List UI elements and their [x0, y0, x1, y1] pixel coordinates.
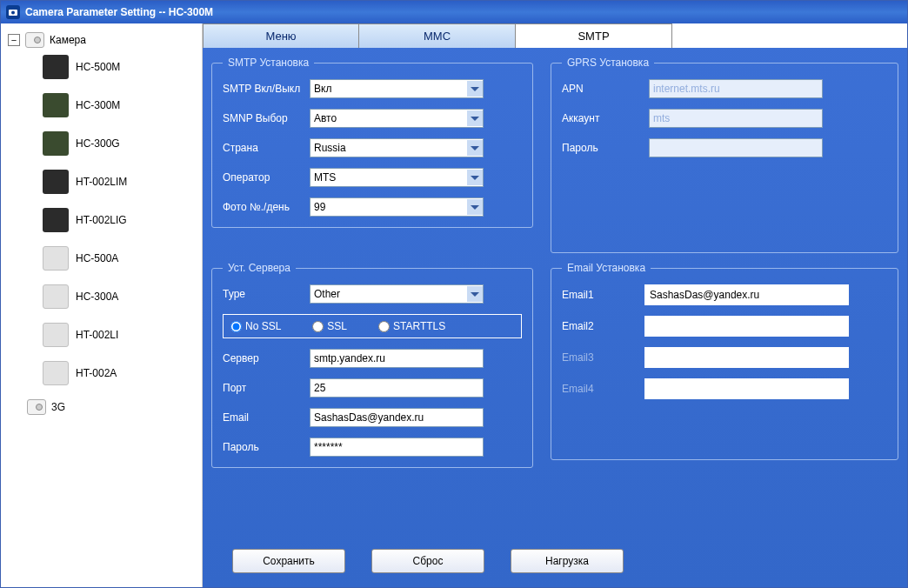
ssl-opt-nossl[interactable]: No SSL [230, 320, 281, 332]
tab-mmc[interactable]: MMC [359, 23, 516, 48]
country-select[interactable]: Russia [310, 138, 484, 157]
footer-buttons: Сохранить Сброс Нагрузка [211, 533, 898, 580]
save-button[interactable]: Сохранить [232, 549, 345, 573]
load-button[interactable]: Нагрузка [511, 549, 624, 573]
titlebar-text: Camera Parameter Setting -- HC-300M [25, 6, 213, 18]
smnp-label: SMNP Выбор [223, 112, 310, 124]
type-select[interactable]: Other [310, 284, 484, 304]
smtp-enable-label: SMTP Вкл/Выкл [223, 83, 310, 95]
tree-3g-label: 3G [51, 401, 65, 413]
country-label: Страна [223, 142, 310, 154]
email3-label: Email3 [562, 351, 644, 364]
tree-children: HC-500M HC-300M HC-300G HT-002LIM HT-002… [39, 53, 198, 387]
email4-label: Email4 [562, 383, 644, 395]
server-password-input[interactable] [310, 438, 484, 457]
email-legend: Email Установка [562, 262, 651, 274]
tree-item-ht-002lim[interactable]: HT-002LIM [39, 168, 198, 196]
email4-input[interactable] [644, 378, 849, 399]
device-thumb-icon [43, 323, 69, 347]
apn-input[interactable] [649, 79, 823, 98]
server-password-label: Пароль [223, 441, 310, 453]
server-legend: Уст. Сервера [223, 262, 296, 274]
tree-item-hc-500m[interactable]: HC-500M [39, 53, 198, 81]
operator-label: Оператор [223, 171, 310, 184]
ssl-radio-ssl[interactable] [312, 321, 324, 332]
device-thumb-icon [43, 208, 69, 232]
device-thumb-icon [43, 246, 69, 271]
device-thumb-icon [43, 284, 69, 309]
tree-item-hc-500a[interactable]: HC-500A [39, 244, 198, 272]
device-thumb-icon [43, 55, 69, 79]
sidebar: − Камера HC-500M HC-300M HC-300G HT-002L… [1, 23, 203, 587]
smtp-enable-select[interactable]: Вкл [310, 79, 484, 98]
type-label: Type [223, 288, 310, 300]
operator-select[interactable]: MTS [310, 168, 484, 187]
photos-label: Фото №./день [223, 201, 310, 213]
tree-root-label: Камера [50, 34, 86, 46]
tabs: Меню MMC SMTP [203, 23, 907, 48]
main-panel: Меню MMC SMTP SMTP Установка SMTP Вкл/Вы… [203, 23, 907, 587]
camera-icon [27, 399, 46, 415]
smtp-legend: SMTP Установка [223, 57, 314, 69]
port-input[interactable] [310, 378, 484, 398]
titlebar: Camera Parameter Setting -- HC-300M [1, 1, 907, 23]
collapse-icon[interactable]: − [8, 34, 20, 46]
camera-icon [25, 32, 44, 48]
ssl-radio-starttls[interactable] [378, 321, 390, 332]
svg-point-1 [11, 11, 15, 15]
ssl-opt-ssl[interactable]: SSL [312, 320, 347, 332]
ssl-options: No SSL SSL STARTTLS [223, 314, 522, 338]
email3-input[interactable] [644, 347, 849, 368]
reset-button[interactable]: Сброс [371, 549, 484, 573]
account-input[interactable] [649, 109, 823, 128]
tree-item-hc-300m[interactable]: HC-300M [39, 91, 198, 119]
tree-root-camera[interactable]: − Камера [4, 30, 198, 50]
port-label: Порт [223, 382, 310, 394]
app-icon [6, 5, 20, 19]
ssl-opt-starttls[interactable]: STARTTLS [378, 320, 445, 332]
device-thumb-icon [43, 170, 69, 194]
tree-item-hc-300g[interactable]: HC-300G [39, 130, 198, 157]
tree-root-3g[interactable]: 3G [23, 398, 198, 417]
tree-item-hc-300a[interactable]: HC-300A [39, 283, 198, 311]
email2-label: Email2 [562, 320, 644, 332]
smnp-select[interactable]: Авто [310, 109, 484, 128]
app-window: Camera Parameter Setting -- HC-300M − Ка… [0, 0, 908, 588]
gprs-group: GPRS Установка APN Аккаунт Пароль [551, 57, 898, 253]
server-label: Сервер [223, 352, 310, 364]
panel-content: SMTP Установка SMTP Вкл/Выкл Вкл SMNP Вы… [203, 48, 907, 587]
device-thumb-icon [43, 361, 69, 385]
email2-input[interactable] [644, 316, 849, 337]
server-group: Уст. Сервера Type Other No SSL SSL START… [211, 262, 533, 468]
tab-menu[interactable]: Меню [203, 23, 359, 48]
apn-label: APN [562, 83, 649, 95]
device-thumb-icon [43, 131, 69, 156]
smtp-group: SMTP Установка SMTP Вкл/Выкл Вкл SMNP Вы… [211, 57, 533, 228]
photos-select[interactable]: 99 [310, 197, 484, 217]
ssl-radio-nossl[interactable] [230, 321, 242, 332]
tree-item-ht-002li[interactable]: HT-002LI [39, 321, 198, 349]
tree-item-ht-002a[interactable]: HT-002A [39, 359, 198, 387]
gprs-password-label: Пароль [562, 142, 649, 154]
server-email-input[interactable] [310, 408, 484, 427]
tab-smtp[interactable]: SMTP [516, 23, 672, 48]
tree-item-ht-002lig[interactable]: HT-002LIG [39, 206, 198, 234]
server-email-label: Email [223, 411, 310, 424]
gprs-password-input[interactable] [649, 138, 823, 157]
email1-label: Email1 [562, 289, 644, 301]
email1-input[interactable] [644, 284, 849, 305]
account-label: Аккаунт [562, 112, 649, 124]
email-group: Email Установка Email1 Email2 Email3 [551, 262, 898, 460]
gprs-legend: GPRS Установка [562, 57, 654, 69]
server-input[interactable] [310, 349, 484, 368]
body: − Камера HC-500M HC-300M HC-300G HT-002L… [1, 23, 907, 587]
device-thumb-icon [43, 93, 69, 117]
